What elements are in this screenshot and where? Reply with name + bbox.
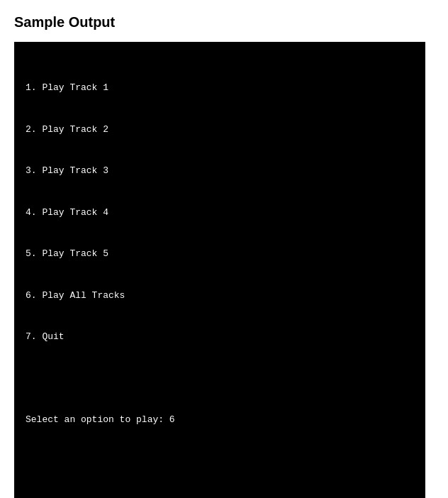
menu-item-2: 2. Play Track 2 — [26, 123, 414, 137]
menu-item-3: 3. Play Track 3 — [26, 164, 414, 178]
blank-line-1 — [26, 372, 414, 386]
menu-item-5: 5. Play Track 5 — [26, 247, 414, 261]
menu-item-7: 7. Quit — [26, 330, 414, 344]
terminal-output: 1. Play Track 1 2. Play Track 2 3. Play … — [14, 42, 425, 498]
menu-item-6: 6. Play All Tracks — [26, 289, 414, 303]
menu-item-1: 1. Play Track 1 — [26, 81, 414, 95]
page-title: Sample Output — [14, 14, 434, 31]
menu-item-4: 4. Play Track 4 — [26, 206, 414, 220]
blank-line-2 — [26, 455, 414, 469]
prompt-line: Select an option to play: 6 — [26, 413, 414, 427]
